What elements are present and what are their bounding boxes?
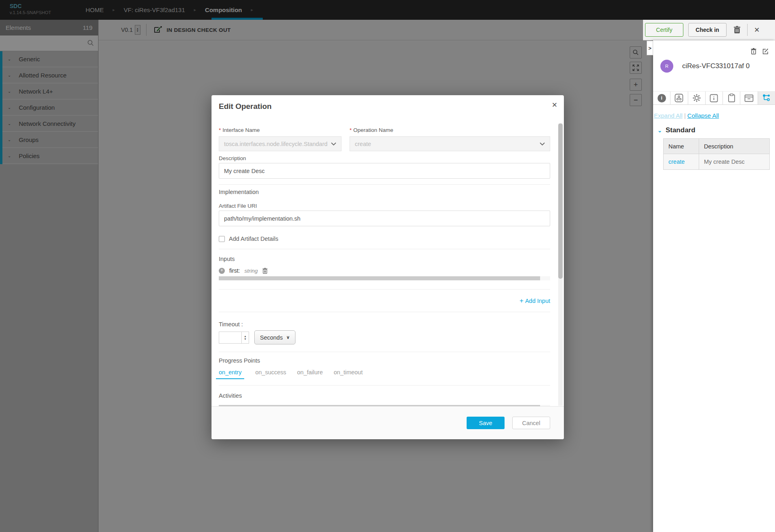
gear-icon bbox=[692, 93, 702, 103]
interface-name-label: *Interface Name bbox=[219, 127, 341, 133]
section-title: Standard bbox=[666, 126, 695, 134]
delete-button[interactable] bbox=[733, 26, 741, 34]
scrollbar-thumb[interactable] bbox=[558, 123, 563, 279]
description-label: Description bbox=[219, 155, 550, 161]
tab-on-timeout[interactable]: on_timeout bbox=[334, 369, 363, 379]
workflow-icon bbox=[762, 94, 771, 102]
progress-points-tabs: on_entry on_success on_failure on_timeou… bbox=[219, 369, 550, 379]
divider bbox=[219, 289, 550, 290]
expand-all-link[interactable]: Expand All bbox=[654, 112, 683, 119]
component-title-row: R ciRes-VFC331017af 0 bbox=[660, 60, 750, 73]
save-button[interactable]: Save bbox=[467, 417, 505, 429]
input-parameter-name: first: bbox=[229, 267, 240, 274]
add-artifact-label: Add Artifact Details bbox=[229, 236, 279, 242]
component-name: ciRes-VFC331017af 0 bbox=[682, 62, 750, 70]
archive-icon bbox=[744, 94, 754, 102]
expand-collapse-links: Expand All|Collapse All bbox=[654, 112, 719, 119]
divider bbox=[219, 352, 550, 352]
required-asterisk: * bbox=[350, 127, 352, 133]
interface-section-header[interactable]: ⌄ Standard bbox=[658, 126, 695, 134]
tab-settings[interactable] bbox=[688, 92, 706, 104]
activities-heading: Activities bbox=[219, 392, 550, 399]
chevron-down-icon: ∨ bbox=[286, 335, 289, 340]
tab-deployment[interactable] bbox=[740, 92, 758, 104]
trash-icon bbox=[733, 26, 741, 34]
description-input[interactable] bbox=[219, 163, 550, 179]
chevron-down-icon bbox=[331, 142, 336, 146]
component-details-panel: R ciRes-VFC331017af 0 i Expand All|Colla… bbox=[653, 40, 775, 532]
operation-name-select[interactable]: create bbox=[350, 136, 550, 151]
operation-name-value: create bbox=[355, 141, 371, 147]
collapse-all-link[interactable]: Collapse All bbox=[687, 112, 719, 119]
cancel-button[interactable]: Cancel bbox=[512, 417, 550, 429]
modal-title: Edit Operation bbox=[219, 102, 272, 111]
certify-button[interactable]: Certify bbox=[645, 23, 683, 37]
implementation-heading: Implementation bbox=[219, 189, 550, 195]
tab-composition[interactable] bbox=[670, 92, 688, 104]
clipboard-icon bbox=[728, 94, 735, 102]
tab-operations[interactable] bbox=[758, 92, 775, 104]
add-input-row: +Add Input bbox=[219, 297, 550, 305]
panel-collapse-button[interactable]: > bbox=[647, 41, 653, 55]
divider bbox=[219, 312, 550, 312]
name-column-header: Name bbox=[664, 139, 699, 154]
chevron-down-icon bbox=[540, 142, 545, 146]
divider bbox=[219, 385, 550, 386]
timeout-label: Timeout : bbox=[219, 321, 550, 328]
edit-operation-modal: Edit Operation ✕ *Interface Name tosca.i… bbox=[212, 95, 564, 439]
timeout-input[interactable] bbox=[219, 332, 241, 343]
add-input-button[interactable]: +Add Input bbox=[519, 298, 550, 304]
close-icon[interactable]: ✕ bbox=[552, 101, 557, 109]
inputs-horizontal-scrollbar[interactable] bbox=[219, 276, 550, 280]
operation-create-link[interactable]: create bbox=[668, 159, 685, 165]
delete-component-button[interactable] bbox=[751, 48, 756, 54]
timeout-row: ▴ ▾ Seconds ∨ bbox=[219, 330, 550, 344]
divider bbox=[219, 184, 550, 185]
lifecycle-actions: Certify Check in ✕ bbox=[643, 20, 775, 40]
add-artifact-checkbox[interactable] bbox=[219, 236, 225, 242]
avatar: R bbox=[660, 60, 673, 73]
edit-component-button[interactable] bbox=[762, 48, 769, 54]
interface-name-select[interactable]: tosca.interfaces.node.lifecycle.Standard bbox=[219, 136, 341, 151]
chevron-down-icon: ⌄ bbox=[658, 127, 662, 134]
input-parameter-type: string bbox=[244, 268, 258, 274]
plus-icon: + bbox=[519, 297, 524, 305]
number-spinner[interactable]: ▴ ▾ bbox=[241, 332, 249, 343]
tab-on-failure[interactable]: on_failure bbox=[297, 369, 323, 379]
spinner-down-icon: ▾ bbox=[244, 338, 246, 340]
tab-details[interactable] bbox=[706, 92, 723, 104]
modal-footer: Save Cancel bbox=[212, 406, 564, 439]
link-separator: | bbox=[684, 112, 686, 119]
table-header-row: Name Description bbox=[664, 139, 769, 154]
artifact-file-uri-input[interactable] bbox=[219, 211, 550, 226]
panel-actions bbox=[751, 48, 769, 54]
close-composition-button[interactable]: ✕ bbox=[754, 26, 760, 34]
scrollbar-thumb[interactable] bbox=[219, 276, 540, 280]
toolbar-divider bbox=[747, 24, 748, 36]
progress-points-heading: Progress Points bbox=[219, 357, 550, 364]
tab-information[interactable]: i bbox=[653, 92, 670, 104]
operation-name-label: *Operation Name bbox=[350, 127, 550, 133]
info-square-icon bbox=[710, 94, 718, 102]
check-in-button[interactable]: Check in bbox=[688, 23, 727, 37]
operation-description-cell: My create Desc bbox=[699, 159, 769, 165]
edit-icon bbox=[762, 48, 769, 54]
expand-input-icon[interactable]: + bbox=[219, 268, 225, 274]
modal-body: *Interface Name tosca.interfaces.node.li… bbox=[212, 123, 564, 406]
timeout-unit-value: Seconds bbox=[260, 334, 283, 341]
delete-input-button[interactable] bbox=[262, 268, 268, 274]
timeout-unit-dropdown[interactable]: Seconds ∨ bbox=[254, 330, 295, 344]
composition-icon bbox=[674, 94, 683, 102]
operations-table: Name Description create My create Desc bbox=[663, 138, 770, 170]
info-icon: i bbox=[658, 94, 666, 102]
timeout-number-field: ▴ ▾ bbox=[219, 332, 249, 344]
artifact-file-uri-label: Artifact File URI bbox=[219, 203, 550, 209]
interface-name-value: tosca.interfaces.node.lifecycle.Standard bbox=[224, 141, 327, 147]
inputs-heading: Inputs bbox=[219, 256, 550, 262]
divider bbox=[219, 249, 550, 249]
tab-on-entry[interactable]: on_entry bbox=[216, 369, 244, 379]
add-artifact-details-row: Add Artifact Details bbox=[219, 236, 550, 242]
tab-artifacts[interactable] bbox=[723, 92, 740, 104]
modal-vertical-scrollbar[interactable] bbox=[558, 123, 563, 406]
tab-on-success[interactable]: on_success bbox=[255, 369, 286, 379]
